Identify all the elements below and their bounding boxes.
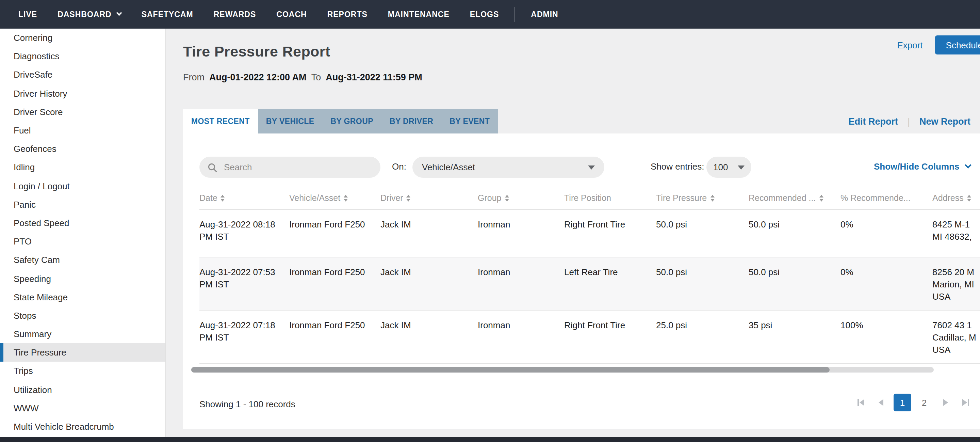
sort-icon[interactable] xyxy=(819,195,823,202)
cell-recommended-pressure: 35 psi xyxy=(749,311,840,363)
column-label: % Recommende... xyxy=(840,193,911,203)
tab-by-event[interactable]: BY EVENT xyxy=(441,109,498,134)
on-label: On: xyxy=(392,161,406,172)
sidebar-item-summary[interactable]: Summary xyxy=(0,325,165,343)
show-hide-columns-toggle[interactable]: Show/Hide Columns xyxy=(874,161,970,172)
cell-vehicle-asset: Ironman Ford F250 xyxy=(289,257,380,310)
sort-icon[interactable] xyxy=(344,195,348,202)
column-header-tire-pressure[interactable]: Tire Pressure xyxy=(656,193,749,203)
cell-group: Ironman xyxy=(478,311,564,363)
sidebar-item-idling[interactable]: Idling xyxy=(0,158,165,177)
column-header-vehicle-asset[interactable]: Vehicle/Asset xyxy=(289,193,380,203)
sidebar-item-tire-pressure[interactable]: Tire Pressure xyxy=(0,343,165,362)
cell-vehicle-asset: Ironman Ford F250 xyxy=(289,311,380,363)
table-row[interactable]: Aug-31-2022 08:18 PM ISTIronman Ford F25… xyxy=(199,209,980,257)
pagination: 12 xyxy=(854,394,972,411)
show-entries-label: Show entries: xyxy=(651,161,705,172)
cell-tire-pressure: 25.0 psi xyxy=(656,311,749,363)
tab-most-recent[interactable]: MOST RECENT xyxy=(183,109,258,134)
nav-item-admin[interactable]: ADMIN xyxy=(520,10,568,18)
sort-icon[interactable] xyxy=(967,195,971,202)
tab-by-driver[interactable]: BY DRIVER xyxy=(382,109,441,134)
scrollbar-thumb[interactable] xyxy=(191,367,830,373)
sidebar-item-state-mileage[interactable]: State Mileage xyxy=(0,288,165,306)
cell-vehicle-asset: Ironman Ford F250 xyxy=(289,210,380,257)
nav-item-label: LIVE xyxy=(18,10,37,18)
edit-report-link[interactable]: Edit Report xyxy=(848,116,898,126)
nav-item-maintenance[interactable]: MAINTENANCE xyxy=(378,10,460,18)
table-row[interactable]: Aug-31-2022 07:53 PM ISTIronman Ford F25… xyxy=(199,257,980,310)
cell-address: 8256 20 M Marion, MI USA xyxy=(932,257,980,310)
column-header-driver[interactable]: Driver xyxy=(380,193,478,203)
nav-divider xyxy=(514,7,515,22)
search-input[interactable] xyxy=(223,161,372,173)
records-count: Showing 1 - 100 records xyxy=(199,399,295,409)
sidebar-item-www[interactable]: WWW xyxy=(0,399,165,418)
schedule-button[interactable]: Schedule xyxy=(935,35,980,54)
table-row[interactable]: Aug-31-2022 07:18 PM ISTIronman Ford F25… xyxy=(199,310,980,363)
header-actions: Export Schedule xyxy=(897,35,980,54)
sidebar-item-utilization[interactable]: Utilization xyxy=(0,380,165,399)
show-entries-dropdown[interactable]: 100 xyxy=(706,156,751,178)
search-on-dropdown[interactable]: Vehicle/Asset xyxy=(412,156,605,178)
horizontal-scrollbar[interactable] xyxy=(191,367,934,373)
column-header-recommended-pressure[interactable]: Recommended ... xyxy=(749,193,840,203)
new-report-link[interactable]: New Report xyxy=(920,116,970,126)
nav-item-label: REWARDS xyxy=(214,10,256,18)
sidebar-item-multi-vehicle-breadcrumb[interactable]: Multi Vehicle Breadcrumb xyxy=(0,418,165,436)
sidebar-item-geofences[interactable]: Geofences xyxy=(0,140,165,158)
sidebar-item-login-logout[interactable]: Login / Logout xyxy=(0,177,165,195)
date-range: FromAug-01-2022 12:00 AMToAug-31-2022 11… xyxy=(183,72,427,82)
column-header-group[interactable]: Group xyxy=(478,193,564,203)
column-header-pct-recommended: % Recommende... xyxy=(840,193,932,203)
prev-page-button[interactable] xyxy=(874,395,888,410)
app-root: LIVEDASHBOARDSAFETYCAMREWARDSCOACHREPORT… xyxy=(0,0,980,442)
sidebar-item-driver-history[interactable]: Driver History xyxy=(0,84,165,102)
to-label: To xyxy=(311,72,321,82)
nav-item-coach[interactable]: COACH xyxy=(266,10,317,18)
nav-item-reports[interactable]: REPORTS xyxy=(317,10,378,18)
sort-icon[interactable] xyxy=(407,195,411,202)
sidebar-item-safety-cam[interactable]: Safety Cam xyxy=(0,251,165,270)
nav-item-live[interactable]: LIVE xyxy=(8,10,47,18)
cell-pct-recommended: 100% xyxy=(840,311,932,363)
page-button-2[interactable]: 2 xyxy=(915,394,933,411)
sidebar-item-drivesafe[interactable]: DriveSafe xyxy=(0,66,165,84)
cell-recommended-pressure: 50.0 psi xyxy=(749,210,840,257)
nav-item-rewards[interactable]: REWARDS xyxy=(204,10,266,18)
next-page-button[interactable] xyxy=(939,395,953,410)
cell-pct-recommended: 0% xyxy=(840,210,932,257)
caret-down-icon xyxy=(738,165,745,169)
column-header-date[interactable]: Date xyxy=(199,193,289,203)
nav-item-elogs[interactable]: ELOGS xyxy=(460,10,509,18)
top-nav-items: LIVEDASHBOARDSAFETYCAMREWARDSCOACHREPORT… xyxy=(8,7,569,22)
sidebar-item-diagnostics[interactable]: Diagnostics xyxy=(0,47,165,65)
nav-item-dashboard[interactable]: DASHBOARD xyxy=(47,10,131,18)
column-header-address[interactable]: Address xyxy=(932,193,980,203)
cell-recommended-pressure: 50.0 psi xyxy=(749,257,840,310)
sidebar-item-panic[interactable]: Panic xyxy=(0,195,165,214)
sort-icon[interactable] xyxy=(221,195,225,202)
tab-by-group[interactable]: BY GROUP xyxy=(322,109,381,134)
sidebar-item-speeding[interactable]: Speeding xyxy=(0,270,165,288)
sidebar-item-stops[interactable]: Stops xyxy=(0,306,165,325)
tab-by-vehicle[interactable]: BY VEHICLE xyxy=(258,109,323,134)
show-hide-columns-label: Show/Hide Columns xyxy=(874,161,959,172)
first-page-button[interactable] xyxy=(854,395,868,410)
column-label: Driver xyxy=(380,193,403,203)
sidebar-item-cornering[interactable]: Cornering xyxy=(0,29,165,47)
sidebar-item-trips[interactable]: Trips xyxy=(0,362,165,380)
export-link[interactable]: Export xyxy=(897,40,923,50)
nav-item-safetycam[interactable]: SAFETYCAM xyxy=(131,10,204,18)
table-body: Aug-31-2022 08:18 PM ISTIronman Ford F25… xyxy=(199,209,980,364)
sort-icon[interactable] xyxy=(505,195,509,202)
sidebar-item-fuel[interactable]: Fuel xyxy=(0,121,165,140)
sidebar-item-driver-score[interactable]: Driver Score xyxy=(0,103,165,121)
cell-group: Ironman xyxy=(478,210,564,257)
sidebar-item-posted-speed[interactable]: Posted Speed xyxy=(0,214,165,232)
last-page-button[interactable] xyxy=(959,395,972,410)
page-button-1[interactable]: 1 xyxy=(894,394,911,411)
sidebar-item-pto[interactable]: PTO xyxy=(0,232,165,251)
search-box[interactable] xyxy=(199,156,380,178)
sort-icon[interactable] xyxy=(710,195,714,202)
